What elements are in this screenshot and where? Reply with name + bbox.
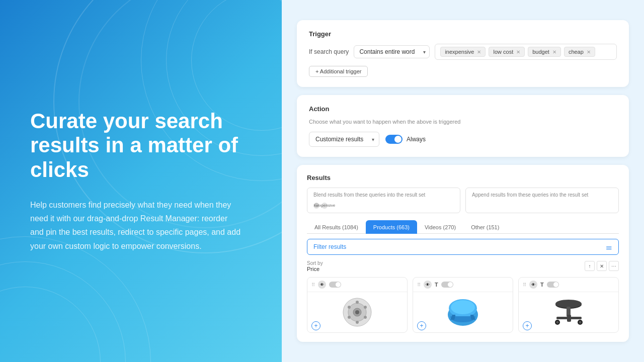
sort-controls: ↑ ✕ ⋯ — [585, 261, 619, 271]
blend-value-text: inexpensive — [321, 203, 328, 209]
product-toolbar-2: ⠿ 👁 T — [413, 278, 513, 292]
toggle-container: Always — [385, 135, 426, 144]
product-img-area-3: + — [519, 292, 618, 332]
blend-value: ⓘ inexpensive — [313, 203, 328, 209]
add-button-3[interactable]: + — [523, 321, 532, 330]
pin-icon-3[interactable]: T — [540, 282, 544, 288]
tab-other[interactable]: Other (151) — [463, 220, 507, 234]
tab-videos[interactable]: Videos (270) — [417, 220, 463, 234]
tag-x-cheap[interactable]: ✕ — [587, 49, 591, 55]
tag-low-cost: low cost ✕ — [489, 47, 525, 57]
drag-handle-3[interactable]: ⠿ — [523, 282, 526, 288]
right-panel: Trigger If search query Contains entire … — [282, 0, 644, 362]
sort-asc-button[interactable]: ↑ — [585, 261, 595, 271]
svg-point-7 — [356, 321, 359, 324]
pin-icon-2[interactable]: T — [435, 282, 438, 288]
left-panel: Curate your search results in a matter o… — [0, 0, 282, 362]
hero-description: Help customers find precisely what they … — [30, 198, 242, 253]
always-label: Always — [407, 136, 426, 143]
filter-bar[interactable]: Filter results ⚌ — [307, 239, 619, 255]
always-toggle[interactable] — [385, 135, 403, 144]
svg-point-8 — [348, 316, 351, 319]
svg-point-21 — [579, 321, 581, 324]
product-toolbar-3: ⠿ 👁 T — [519, 278, 618, 292]
product-col-1: ⠿ 👁 — [307, 277, 408, 333]
product-info-1: SRAM CenterLine XR Centerlock Rounded Ed… — [307, 332, 407, 333]
action-select-wrapper: Customize results — [309, 132, 379, 147]
tabs-row: All Results (1084) Products (663) Videos… — [307, 220, 619, 234]
filter-label: Filter results — [313, 243, 346, 250]
product-info-3: Park Tool STL-2 Rolling Shop Stool Price… — [519, 332, 618, 333]
stool-image — [552, 295, 585, 330]
svg-point-4 — [356, 301, 359, 304]
drag-handle-2[interactable]: ⠿ — [417, 282, 421, 288]
helmet-image — [445, 297, 480, 327]
add-button-2[interactable]: + — [417, 321, 426, 330]
svg-point-3 — [355, 310, 359, 314]
svg-point-14 — [555, 300, 582, 308]
action-card-title: Action — [309, 105, 617, 113]
contains-select[interactable]: Contains entire word — [354, 45, 430, 58]
tab-all-results[interactable]: All Results (1084) — [307, 220, 366, 234]
sort-row: Sort by Price ↑ ✕ ⋯ — [307, 260, 619, 272]
product-col-2: ⠿ 👁 T + Bont — [413, 277, 513, 333]
eye-icon-3[interactable]: 👁 — [529, 281, 537, 289]
svg-point-6 — [364, 316, 367, 319]
product-img-area-2: + — [413, 292, 513, 332]
append-box: Append results from these queries into t… — [465, 188, 619, 213]
sort-by-container: Sort by Price — [307, 260, 323, 272]
hero-title: Curate your search results in a matter o… — [30, 109, 252, 182]
action-select[interactable]: Customize results — [309, 132, 379, 147]
eye-icon-1[interactable]: 👁 — [318, 281, 326, 289]
tag-budget: budget ✕ — [528, 47, 561, 57]
visibility-toggle-1[interactable] — [329, 282, 341, 288]
action-subtitle: Choose what you want to happen when the … — [309, 119, 617, 125]
results-card: Results Blend results from these queries… — [297, 165, 629, 342]
tag-inexpensive: inexpensive ✕ — [440, 47, 486, 57]
action-card: Action Choose what you want to happen wh… — [297, 95, 629, 157]
results-card-title: Results — [307, 174, 619, 182]
blend-box: Blend results from these queries into th… — [307, 188, 460, 213]
sort-more-button[interactable]: ⋯ — [609, 261, 619, 271]
trigger-row: If search query Contains entire word ine… — [309, 44, 617, 60]
trigger-card: Trigger If search query Contains entire … — [297, 20, 629, 87]
tab-products[interactable]: Products (663) — [366, 220, 417, 234]
product-grid: ⠿ 👁 — [307, 277, 619, 333]
svg-point-12 — [451, 300, 475, 314]
blend-label: Blend results from these queries into th… — [313, 192, 454, 198]
product-info-2: Bontrager Quantum MIPS Bike Helmet Price… — [413, 332, 513, 333]
sort-remove-button[interactable]: ✕ — [597, 261, 607, 271]
filter-icon: ⚌ — [606, 243, 612, 251]
tags-input-area: inexpensive ✕ low cost ✕ budget ✕ cheap … — [435, 44, 617, 60]
tag-cheap: cheap ✕ — [564, 47, 595, 57]
visibility-toggle-3[interactable] — [547, 282, 559, 288]
trigger-card-title: Trigger — [309, 30, 617, 38]
blend-append-row: Blend results from these queries into th… — [307, 188, 619, 213]
svg-rect-17 — [567, 315, 571, 322]
svg-point-20 — [556, 321, 558, 324]
svg-point-9 — [348, 306, 351, 309]
visibility-toggle-2[interactable] — [441, 282, 453, 288]
add-trigger-button[interactable]: + Additional trigger — [309, 66, 368, 77]
action-row: Customize results Always — [309, 132, 617, 147]
svg-point-5 — [364, 306, 367, 309]
if-search-query-label: If search query — [309, 48, 349, 55]
drag-handle-1[interactable]: ⠿ — [311, 282, 315, 288]
product-img-area-1: + — [307, 292, 407, 332]
tag-x-budget[interactable]: ✕ — [552, 49, 556, 55]
sort-value: Price — [307, 266, 319, 272]
product-col-3: ⠿ 👁 T — [518, 277, 619, 333]
append-label: Append results from these queries into t… — [472, 192, 612, 198]
rotor-image — [342, 297, 372, 327]
tag-x-low-cost[interactable]: ✕ — [516, 49, 520, 55]
product-toolbar-1: ⠿ 👁 — [307, 278, 407, 292]
sort-by-label: Sort by — [307, 260, 323, 266]
tag-x-inexpensive[interactable]: ✕ — [477, 49, 481, 55]
contains-select-wrapper: Contains entire word — [354, 45, 430, 58]
eye-icon-2[interactable]: 👁 — [424, 281, 432, 289]
add-button-1[interactable]: + — [311, 321, 320, 330]
